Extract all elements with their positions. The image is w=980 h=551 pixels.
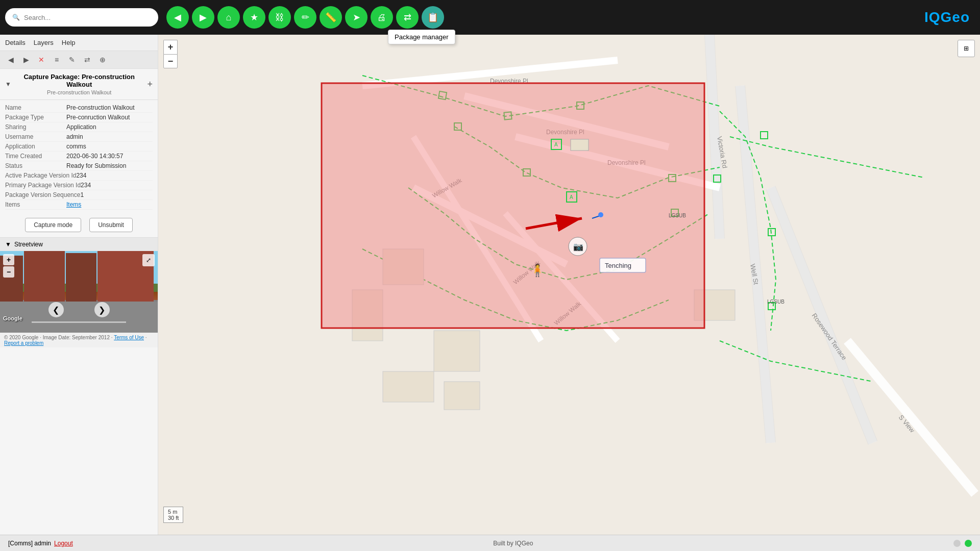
scale-feet: 30 ft [168, 515, 179, 521]
streetview-content: ⤢ + − ❮ ❯ Google [0, 251, 158, 333]
capture-mode-button[interactable]: Capture mode [25, 218, 81, 232]
streetview-zoom-controls: + − [3, 254, 14, 278]
svg-rect-36 [434, 331, 480, 371]
layers-button[interactable]: ⊞ [958, 40, 975, 57]
svg-text:Tenching: Tenching [605, 262, 631, 269]
svg-rect-38 [444, 382, 480, 410]
detail-time-created: Time Created 2020-06-30 14:30:57 [5, 152, 153, 161]
streetview-section: ▼ Streetview ⤢ + − [0, 237, 158, 347]
package-manager-tooltip: Package manager [388, 30, 455, 44]
streetview-report-link[interactable]: Report a problem [4, 340, 43, 346]
svg-text:🧍: 🧍 [530, 263, 545, 278]
status-indicator-1 [953, 540, 961, 547]
svg-text:A: A [570, 194, 573, 200]
logout-link[interactable]: Logout [54, 540, 73, 547]
package-subtitle: Pre-cronstruction Walkout [14, 89, 144, 95]
streetview-zoom-out-button[interactable]: − [3, 266, 14, 278]
panel-toolbar: ◀ ▶ ✕ ≡ ✎ ⇄ ⊕ [0, 51, 158, 69]
detail-version-sequence: Package Version Sequence 1 [5, 190, 153, 200]
detail-primary-version: Primary Package Version Id 234 [5, 181, 153, 190]
svg-point-45 [598, 212, 603, 217]
scale-bar: 5 m 30 ft [163, 507, 183, 523]
streetview-label: Streetview [14, 241, 43, 248]
svg-rect-41 [322, 83, 704, 328]
panel-close-button[interactable]: ✕ [35, 53, 48, 66]
package-title: Capture Package: Pre-construction Walkou… [14, 73, 144, 88]
svg-text:A: A [554, 142, 558, 147]
print-button[interactable]: 🖨 [371, 6, 393, 29]
zoom-controls: + − [163, 40, 178, 68]
panel-list-button[interactable]: ≡ [50, 53, 63, 66]
streetview-footer: © 2020 Google · Image Date: September 20… [0, 333, 158, 347]
map-svg: Victoria Rd Well St Rosewood Terrace S V… [158, 35, 980, 551]
status-bar: [Comms] admin Logout Built by IQGeo [0, 535, 980, 551]
streetview-nav-buttons: ❮ ❯ [48, 302, 110, 317]
detail-active-version: Active Package Version Id 234 [5, 171, 153, 181]
streetview-next-button[interactable]: ❯ [94, 302, 110, 317]
search-container: 🔍 [5, 8, 158, 27]
back-button[interactable]: ◀ [166, 6, 189, 29]
app-logo: IQGeo [924, 9, 970, 26]
streetview-zoom-in-button[interactable]: + [3, 254, 14, 265]
svg-text:LGSUB: LGSUB [669, 213, 686, 218]
package-expand-arrow[interactable]: ▼ [5, 81, 11, 88]
navigate-button[interactable]: ➤ [345, 6, 368, 29]
forward-button[interactable]: ▶ [192, 6, 214, 29]
svg-rect-37 [383, 371, 434, 402]
streetview-expand-button[interactable]: ⤢ [142, 254, 155, 266]
link-button[interactable]: ⛓ [268, 6, 291, 29]
scale-meters: 5 m [168, 509, 179, 515]
svg-rect-55 [571, 139, 589, 151]
layers-icon: ⊞ [964, 45, 969, 52]
package-details: Name Pre-construction Walkout Package Ty… [0, 100, 158, 213]
share-button[interactable]: ⇄ [396, 6, 419, 29]
panel-collapse-button[interactable]: ❮ [158, 283, 158, 303]
search-icon: 🔍 [12, 14, 20, 21]
home-button[interactable]: ⌂ [217, 6, 240, 29]
detail-username: Username admin [5, 132, 153, 142]
status-left: [Comms] admin Logout [8, 540, 73, 547]
status-indicator-2 [965, 540, 972, 547]
detail-name: Name Pre-construction Walkout [5, 103, 153, 113]
main-toolbar: 🔍 ◀ ▶ ⌂ ★ ⛓ ✏ 📏 ➤ 🖨 ⇄ 📋 IQGeo [0, 0, 980, 35]
edit-button[interactable]: ✏ [294, 6, 316, 29]
status-center: Built by IQGeo [493, 540, 533, 547]
panel-zoom-button[interactable]: ⊕ [96, 53, 109, 66]
package-header: ▼ Capture Package: Pre-construction Walk… [0, 69, 158, 100]
streetview-google-logo: Google [3, 315, 22, 321]
measure-button[interactable]: 📏 [320, 6, 342, 29]
panel-tabs: Details Layers Help [0, 35, 158, 51]
tab-layers[interactable]: Layers [34, 38, 54, 47]
detail-sharing: Sharing Application [5, 122, 153, 132]
streetview-terms-link[interactable]: Terms of Use [114, 335, 144, 340]
panel-edit-button[interactable]: ✎ [65, 53, 79, 66]
left-panel: Details Layers Help ◀ ▶ ✕ ≡ ✎ ⇄ ⊕ ▼ Capt… [0, 35, 158, 551]
detail-status: Status Ready for Submission [5, 161, 153, 171]
streetview-header[interactable]: ▼ Streetview [0, 238, 158, 251]
panel-arrows-button[interactable]: ⇄ [81, 53, 94, 66]
tab-help[interactable]: Help [62, 38, 76, 47]
detail-items: Items Items [5, 200, 153, 210]
search-input[interactable] [24, 14, 151, 21]
package-button[interactable]: 📋 [422, 6, 444, 29]
svg-text:LGSUB: LGSUB [767, 299, 785, 305]
package-add-button[interactable]: + [147, 79, 153, 90]
zoom-in-button[interactable]: + [163, 40, 178, 54]
status-right [953, 540, 972, 547]
action-buttons: Capture mode Unsubmit [0, 213, 158, 237]
streetview-prev-button[interactable]: ❮ [48, 302, 64, 317]
zoom-out-button[interactable]: − [163, 54, 178, 68]
tab-details[interactable]: Details [5, 38, 26, 47]
status-user-text: [Comms] admin [8, 540, 51, 547]
svg-text:📷: 📷 [573, 242, 583, 252]
streetview-image-date: Image Date: September 2012 [43, 335, 110, 340]
panel-back-button[interactable]: ◀ [4, 53, 17, 66]
panel-forward-button[interactable]: ▶ [19, 53, 33, 66]
built-by-text: Built by IQGeo [493, 540, 533, 547]
unsubmit-button[interactable]: Unsubmit [89, 218, 133, 232]
map-area[interactable]: Victoria Rd Well St Rosewood Terrace S V… [158, 35, 980, 551]
bookmarks-button[interactable]: ★ [243, 6, 265, 29]
streetview-copyright: © 2020 Google [4, 335, 38, 340]
detail-application: Application comms [5, 142, 153, 152]
streetview-expand-icon: ▼ [5, 241, 11, 248]
